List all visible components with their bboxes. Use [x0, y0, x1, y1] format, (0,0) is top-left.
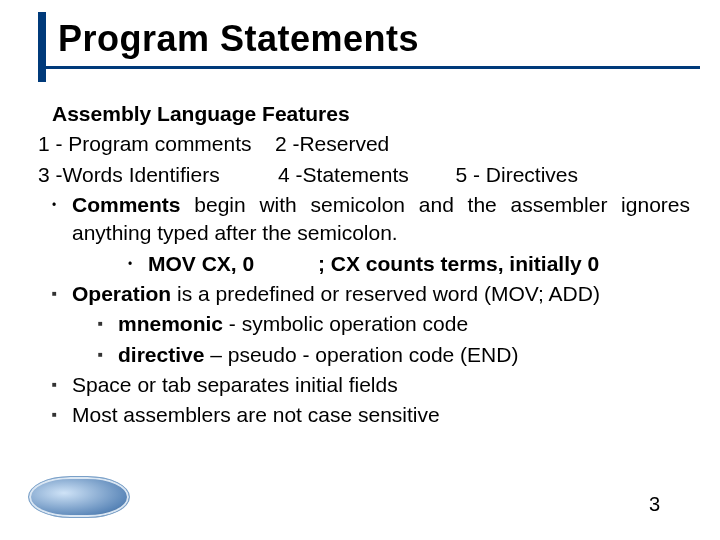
bullet-square-icon: ■	[52, 371, 72, 391]
bullet-directive-text: directive – pseudo - operation code (END…	[118, 341, 690, 369]
comments-bold: Comments	[72, 193, 181, 216]
bullet-case-text: Most assemblers are not case sensitive	[72, 401, 690, 429]
bullet-square-icon: ■	[98, 341, 118, 361]
bullet-comments: • Comments begin with semicolon and the …	[52, 191, 690, 248]
title-block: Program Statements	[38, 12, 700, 69]
item-2: 2 -Reserved	[275, 132, 389, 155]
bullet-operation-text: Operation is a predefined or reserved wo…	[72, 280, 690, 308]
page-number: 3	[649, 493, 660, 516]
bullet-comments-text: Comments begin with semicolon and the as…	[72, 191, 690, 248]
bullet-case: ■ Most assemblers are not case sensitive	[52, 401, 690, 429]
bullet-dot-icon: •	[128, 250, 148, 272]
numbered-line-1: 1 - Program comments 2 -Reserved	[38, 130, 690, 158]
mnemonic-bold: mnemonic	[118, 312, 223, 335]
bullet-square-icon: ■	[98, 310, 118, 330]
bullet-directive: ■ directive – pseudo - operation code (E…	[98, 341, 690, 369]
directive-rest: – pseudo - operation code (END)	[204, 343, 518, 366]
slide: Program Statements Assembly Language Fea…	[0, 0, 720, 540]
directive-bold: directive	[118, 343, 204, 366]
item-1: 1 - Program comments	[38, 132, 252, 155]
example-instruction: MOV CX, 0	[148, 250, 318, 278]
bullet-mnemonic: ■ mnemonic - symbolic operation code	[98, 310, 690, 338]
item-5: 5 - Directives	[455, 163, 578, 186]
title-underline	[38, 66, 700, 69]
item-4: 4 -Statements	[278, 163, 409, 186]
bullet-mnemonic-text: mnemonic - symbolic operation code	[118, 310, 690, 338]
item-3: 3 -Words Identifiers	[38, 163, 220, 186]
slide-title: Program Statements	[38, 12, 700, 60]
bullet-example: • MOV CX, 0 ; CX counts terms, initially…	[128, 250, 690, 278]
title-accent-bar	[38, 12, 46, 82]
bullet-space: ■ Space or tab separates initial fields	[52, 371, 690, 399]
bullet-space-text: Space or tab separates initial fields	[72, 371, 690, 399]
numbered-line-2: 3 -Words Identifiers 4 -Statements 5 - D…	[38, 161, 690, 189]
bullet-square-icon: ■	[52, 280, 72, 300]
example-comment: ; CX counts terms, initially 0	[318, 250, 690, 278]
operation-rest: is a predefined or reserved word (MOV; A…	[171, 282, 600, 305]
mnemonic-rest: - symbolic operation code	[223, 312, 468, 335]
bullet-dot-icon: •	[52, 191, 72, 213]
operation-bold: Operation	[72, 282, 171, 305]
body-content: Assembly Language Features 1 - Program c…	[38, 100, 690, 432]
bullet-square-icon: ■	[52, 401, 72, 421]
subheading: Assembly Language Features	[52, 100, 690, 128]
logo-icon	[28, 476, 130, 518]
bullet-operation: ■ Operation is a predefined or reserved …	[52, 280, 690, 308]
